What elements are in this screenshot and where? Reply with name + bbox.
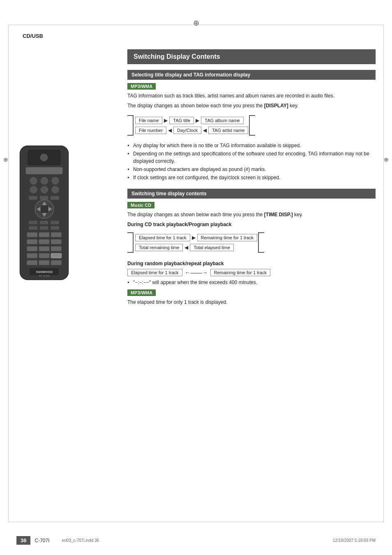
section2-bullets: "−:−:−−" will appear when the time excee…: [127, 279, 376, 286]
flow-box-filename: File name: [135, 117, 162, 124]
display-key-label: [DISPLAY]: [264, 103, 288, 109]
svg-point-5: [41, 177, 48, 184]
section1-flow-diagram: File name ▶ TAG title ▶ TAG album name F…: [127, 115, 255, 136]
svg-rect-26: [39, 232, 50, 237]
flow-box-remaining-random: Remaining time for 1 track: [210, 269, 270, 276]
flow-arrow2: ▶: [196, 118, 199, 123]
flow-arrow4: ◀: [203, 127, 207, 133]
section1-header: Selecting title display and TAG informat…: [127, 70, 376, 80]
timedisp-key-label: [TIME DISP.]: [264, 212, 293, 217]
section2-badge2: MP3/WMA: [127, 289, 156, 296]
footer-date: 12/19/2007 5:19:59 PM: [333, 538, 376, 543]
svg-rect-32: [39, 246, 50, 251]
flow-arrow5: ▶: [192, 235, 196, 240]
footer-file: en03_c-707i.indd 36: [62, 538, 99, 543]
svg-rect-12: [51, 196, 59, 200]
svg-rect-25: [27, 232, 37, 237]
flow-box-tagartist: TAG artist name: [208, 127, 248, 134]
cd-usb-label: CD/USB: [23, 33, 43, 39]
svg-rect-19: [29, 221, 37, 224]
section1-bullets: Any display for which there is no title …: [127, 142, 376, 181]
section1: Selecting title display and TAG informat…: [127, 70, 376, 181]
flow-box-totalelapsed: Total elapsed time: [190, 244, 234, 251]
main-title: Switching Display Contents: [127, 49, 376, 64]
svg-rect-31: [27, 246, 37, 251]
svg-rect-3: [26, 167, 63, 174]
bullet-item: If clock settings are not configured, th…: [127, 174, 376, 181]
flow-box-totalremaining: Total remaining time: [135, 244, 183, 251]
svg-point-14: [40, 204, 49, 214]
svg-rect-11: [40, 196, 48, 200]
svg-point-9: [52, 186, 59, 193]
svg-rect-34: [51, 253, 61, 258]
flow-box-filenumber: File number: [135, 127, 166, 134]
svg-rect-28: [27, 239, 37, 244]
svg-text:KENWOOD: KENWOOD: [36, 270, 53, 274]
svg-rect-10: [29, 196, 37, 200]
section2: Switching time display contents Music CD…: [127, 189, 376, 306]
flow-arrow1: ▶: [164, 118, 168, 123]
svg-rect-24: [51, 226, 59, 230]
section1-text2: The display changes as shown below each …: [127, 102, 376, 109]
crosshair-left-icon: ⊕: [3, 156, 8, 163]
flow-box-elapsed1: Elapsed time for 1 track: [135, 234, 190, 241]
crosshair-right-icon: ⊕: [384, 156, 389, 163]
sub1-heading: During CD track playback/Program playbac…: [127, 222, 376, 227]
flow-arrow3: ◀: [168, 127, 172, 133]
svg-point-8: [41, 186, 48, 193]
svg-point-2: [40, 154, 48, 162]
svg-rect-36: [39, 253, 50, 258]
section2-flow-diagram: Elapsed time for 1 track ▶ Remaining tim…: [127, 232, 264, 253]
svg-point-6: [52, 177, 59, 184]
section1-text1: TAG information such as track titles, ar…: [127, 92, 376, 99]
svg-rect-30: [51, 239, 61, 244]
svg-rect-37: [27, 260, 37, 265]
double-arrow-icon: ←——→: [185, 269, 208, 276]
svg-rect-23: [40, 226, 48, 230]
section1-badge: MP3/WMA: [127, 83, 156, 90]
crosshair-top-icon: ⊕: [193, 18, 199, 28]
model-label: C-707I: [35, 538, 49, 543]
svg-rect-27: [51, 232, 61, 237]
svg-rect-35: [27, 253, 37, 258]
footer: 36 C-707I en03_c-707i.indd 36 12/19/2007…: [0, 536, 392, 545]
svg-rect-21: [51, 221, 59, 224]
bullet-400min: "−:−:−−" will appear when the time excee…: [127, 279, 376, 286]
flow-arrow6: ◀: [184, 245, 188, 250]
section2-badge: Music CD: [127, 202, 154, 208]
svg-rect-38: [39, 260, 50, 265]
svg-rect-39: [51, 260, 61, 265]
main-content: Switching Display Contents Selecting tit…: [127, 49, 376, 313]
flow-box-tagtitle: TAG title: [169, 117, 194, 124]
svg-rect-29: [39, 239, 50, 244]
svg-point-4: [30, 177, 37, 184]
random-playback-row: Elapsed time for 1 track ←——→ Remaining …: [127, 269, 376, 276]
bullet-item: Any display for which there is no title …: [127, 142, 376, 149]
section2-text2: The elapsed time for only 1 track is dis…: [127, 298, 376, 306]
sub2-heading: During random playback/repeat playback: [127, 261, 376, 266]
svg-point-7: [30, 186, 37, 193]
bullet-item: Non-supported characters are displayed a…: [127, 166, 376, 173]
svg-rect-20: [40, 221, 48, 224]
bullet-item: Depending on the settings and specificat…: [127, 150, 376, 165]
flow-box-dayclock: Day/Clock: [173, 127, 201, 134]
page-number: 36: [16, 536, 30, 545]
flow-box-elapsed-random: Elapsed time for 1 track: [127, 269, 182, 276]
section2-header: Switching time display contents: [127, 189, 376, 199]
section2-text1: The display changes as shown below each …: [127, 211, 376, 218]
svg-rect-22: [29, 226, 37, 230]
flow-box-tagalbum: TAG album name: [201, 117, 243, 124]
flow-box-remaining1: Remaining time for 1 track: [197, 234, 257, 241]
remote-control-image: KENWOOD RC-P0163: [12, 144, 84, 285]
svg-text:RC-P0163: RC-P0163: [39, 275, 50, 277]
svg-rect-33: [51, 246, 61, 251]
